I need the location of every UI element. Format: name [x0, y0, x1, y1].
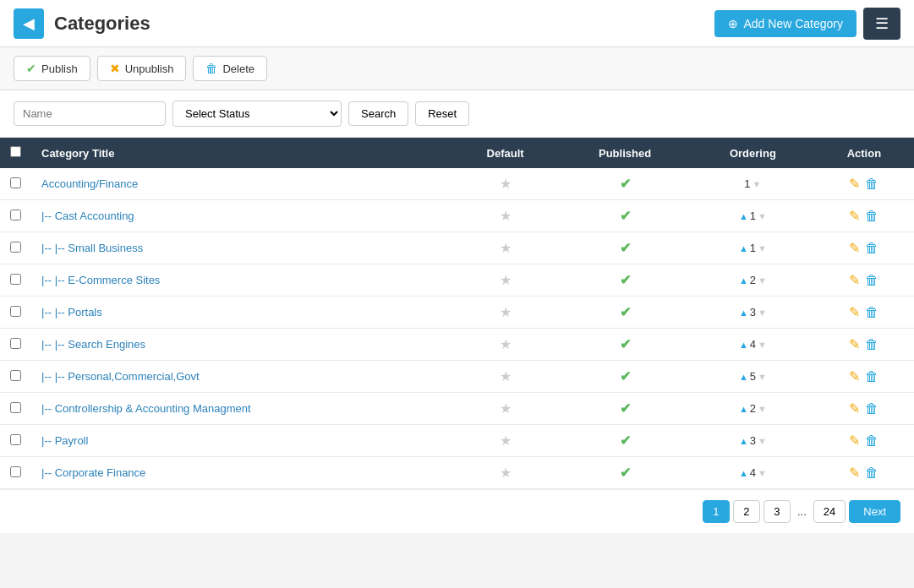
published-check-icon[interactable]: ✔: [620, 209, 631, 223]
page-title: Categories: [54, 13, 714, 35]
order-value: 3: [750, 434, 756, 447]
category-title-link[interactable]: |-- |-- E-Commerce Sites: [41, 274, 160, 286]
page-3-button[interactable]: 3: [763, 500, 791, 523]
edit-icon[interactable]: ✎: [849, 208, 860, 224]
category-title-link[interactable]: |-- Controllership & Accounting Managmen…: [41, 402, 251, 415]
edit-icon[interactable]: ✎: [849, 465, 860, 481]
published-check-icon[interactable]: ✔: [620, 401, 631, 416]
published-check-icon[interactable]: ✔: [620, 241, 631, 255]
delete-row-icon[interactable]: 🗑: [865, 401, 878, 416]
edit-icon[interactable]: ✎: [849, 272, 860, 288]
edit-icon[interactable]: ✎: [849, 433, 860, 449]
row-checkbox[interactable]: [10, 466, 21, 477]
order-down-arrow[interactable]: ▼: [758, 243, 767, 253]
order-down-arrow[interactable]: ▼: [758, 436, 767, 446]
order-up-arrow[interactable]: ▲: [739, 372, 748, 382]
status-select[interactable]: Select Status Published Unpublished: [172, 101, 342, 127]
reset-button[interactable]: Reset: [415, 101, 469, 126]
page-24-button[interactable]: 24: [813, 500, 846, 523]
order-down-arrow[interactable]: ▼: [753, 179, 762, 189]
edit-icon[interactable]: ✎: [849, 240, 860, 256]
order-up-arrow[interactable]: ▲: [739, 275, 748, 286]
name-input[interactable]: [14, 101, 166, 126]
default-star-icon[interactable]: ★: [500, 337, 512, 351]
order-up-arrow[interactable]: ▲: [739, 243, 748, 253]
published-check-icon[interactable]: ✔: [620, 337, 631, 351]
row-checkbox[interactable]: [10, 338, 21, 349]
order-down-arrow[interactable]: ▼: [758, 275, 767, 286]
search-button[interactable]: Search: [348, 101, 408, 126]
row-checkbox[interactable]: [10, 402, 21, 413]
delete-button[interactable]: 🗑 Delete: [193, 56, 267, 81]
category-title-link[interactable]: |-- |-- Portals: [41, 306, 102, 318]
delete-row-icon[interactable]: 🗑: [865, 305, 878, 320]
order-up-arrow[interactable]: ▲: [739, 211, 748, 221]
page-2-button[interactable]: 2: [733, 500, 760, 523]
delete-row-icon[interactable]: 🗑: [865, 241, 878, 256]
edit-icon[interactable]: ✎: [849, 368, 860, 384]
order-up-arrow[interactable]: ▲: [739, 468, 748, 478]
default-star-icon[interactable]: ★: [500, 305, 512, 319]
category-title-link[interactable]: |-- Cast Accounting: [41, 210, 134, 222]
order-down-arrow[interactable]: ▼: [758, 468, 767, 478]
row-checkbox[interactable]: [10, 370, 21, 381]
default-star-icon[interactable]: ★: [500, 433, 512, 448]
delete-row-icon[interactable]: 🗑: [865, 273, 878, 288]
default-star-icon[interactable]: ★: [500, 466, 512, 480]
order-up-arrow[interactable]: ▲: [739, 340, 748, 350]
publish-button[interactable]: ✔ Publish: [14, 56, 90, 81]
published-check-icon[interactable]: ✔: [620, 305, 631, 319]
delete-row-icon[interactable]: 🗑: [865, 466, 878, 481]
delete-row-icon[interactable]: 🗑: [865, 337, 878, 352]
delete-row-icon[interactable]: 🗑: [865, 433, 878, 449]
edit-icon[interactable]: ✎: [849, 304, 860, 320]
back-button[interactable]: ◀: [14, 8, 44, 39]
row-checkbox[interactable]: [10, 274, 21, 285]
table-row: |-- |-- Personal,Commercial,Govt★✔▲5▼✎🗑: [0, 361, 914, 393]
next-button[interactable]: Next: [849, 500, 900, 523]
delete-row-icon[interactable]: 🗑: [865, 369, 878, 384]
page-1-button[interactable]: 1: [703, 500, 730, 523]
default-star-icon[interactable]: ★: [500, 177, 512, 191]
order-down-arrow[interactable]: ▼: [758, 340, 767, 350]
back-icon: ◀: [23, 14, 35, 33]
category-title-link[interactable]: |-- |-- Search Engines: [41, 338, 145, 351]
category-title-link[interactable]: Accounting/Finance: [41, 177, 138, 190]
order-down-arrow[interactable]: ▼: [758, 308, 767, 318]
published-check-icon[interactable]: ✔: [620, 177, 631, 191]
edit-icon[interactable]: ✎: [849, 176, 860, 192]
published-check-icon[interactable]: ✔: [620, 466, 631, 480]
category-title-link[interactable]: |-- |-- Personal,Commercial,Govt: [41, 370, 200, 383]
order-up-arrow[interactable]: ▲: [739, 436, 748, 446]
menu-button[interactable]: ☰: [863, 8, 900, 40]
add-new-category-button[interactable]: ⊕ Add New Category: [714, 10, 857, 37]
default-star-icon[interactable]: ★: [500, 241, 512, 255]
delete-row-icon[interactable]: 🗑: [865, 209, 878, 224]
edit-icon[interactable]: ✎: [849, 336, 860, 352]
default-star-icon[interactable]: ★: [500, 209, 512, 223]
order-up-arrow[interactable]: ▲: [739, 404, 748, 414]
select-all-checkbox[interactable]: [10, 146, 21, 157]
row-checkbox[interactable]: [10, 210, 21, 220]
edit-icon[interactable]: ✎: [849, 400, 860, 416]
published-check-icon[interactable]: ✔: [620, 273, 631, 287]
row-checkbox[interactable]: [10, 177, 21, 188]
row-checkbox[interactable]: [10, 242, 21, 253]
order-down-arrow[interactable]: ▼: [758, 372, 767, 382]
published-check-icon[interactable]: ✔: [620, 369, 631, 384]
unpublish-button[interactable]: ✖ Unpublish: [97, 56, 187, 81]
category-title-link[interactable]: |-- |-- Small Business: [41, 242, 143, 254]
default-star-icon[interactable]: ★: [500, 273, 512, 287]
default-star-icon[interactable]: ★: [500, 369, 512, 384]
order-down-arrow[interactable]: ▼: [758, 404, 767, 414]
order-down-arrow[interactable]: ▼: [758, 211, 767, 221]
row-checkbox[interactable]: [10, 306, 21, 317]
delete-row-icon[interactable]: 🗑: [865, 177, 878, 192]
order-up-arrow[interactable]: ▲: [739, 308, 748, 318]
row-checkbox[interactable]: [10, 434, 21, 445]
category-title-link[interactable]: |-- Payroll: [41, 434, 88, 447]
published-check-icon[interactable]: ✔: [620, 433, 631, 448]
default-star-icon[interactable]: ★: [500, 401, 512, 416]
category-title-link[interactable]: |-- Corporate Finance: [41, 466, 145, 479]
table-row: |-- |-- Small Business★✔▲1▼✎🗑: [0, 232, 914, 264]
